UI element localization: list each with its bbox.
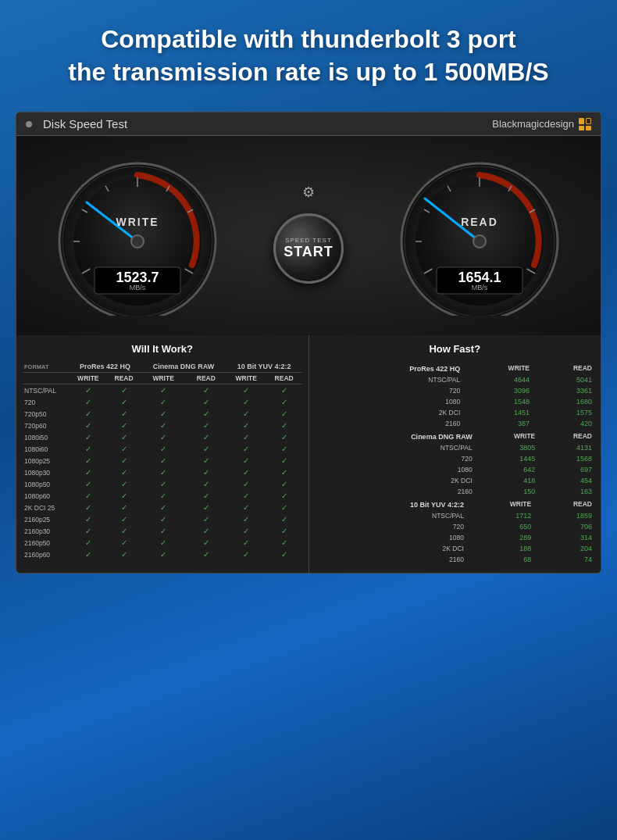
speed-row: 21606874: [316, 554, 595, 565]
checkmark-icon: ✓: [160, 398, 166, 406]
format-label-cell: 2160: [316, 486, 475, 497]
format-cell: 1080i50: [23, 431, 70, 443]
checkmark-icon: ✓: [281, 515, 287, 524]
check-cell: ✓: [141, 502, 186, 513]
checkmark-icon: ✓: [243, 527, 249, 535]
format-label-cell: 2K DCI: [316, 543, 466, 554]
check-cell: ✓: [186, 466, 226, 478]
checkmark-icon: ✓: [203, 421, 209, 430]
logo-sq-1: [579, 118, 584, 124]
check-cell: ✓: [107, 408, 141, 420]
gear-icon[interactable]: ⚙: [302, 184, 315, 201]
app-window: Disk Speed Test Blackmagicdesign: [16, 112, 601, 574]
check-cell: ✓: [70, 478, 107, 490]
table-row: 2160p25✓✓✓✓✓✓: [23, 513, 302, 525]
check-cell: ✓: [141, 466, 186, 478]
check-cell: ✓: [266, 384, 302, 397]
check-cell: ✓: [141, 549, 186, 560]
check-cell: ✓: [226, 420, 266, 431]
check-cell: ✓: [70, 502, 107, 513]
checkmark-icon: ✓: [121, 456, 127, 465]
check-cell: ✓: [107, 549, 141, 560]
checkmark-icon: ✓: [160, 468, 166, 477]
check-cell: ✓: [141, 408, 186, 420]
table-row: 1080p60✓✓✓✓✓✓: [23, 490, 302, 502]
format-cell: 720: [23, 396, 70, 408]
checkmark-icon: ✓: [203, 527, 209, 535]
write-value: 188: [466, 543, 533, 554]
check-cell: ✓: [186, 537, 226, 549]
write-value: 387: [462, 418, 532, 429]
checkmark-icon: ✓: [121, 421, 127, 430]
app-title: Disk Speed Test: [43, 117, 127, 130]
read-header: READ: [532, 361, 594, 374]
check-cell: ✓: [141, 478, 186, 490]
checkmark-icon: ✓: [243, 538, 249, 547]
check-cell: ✓: [107, 396, 141, 408]
checkmark-icon: ✓: [203, 445, 209, 453]
checkmark-icon: ✓: [160, 491, 166, 500]
check-cell: ✓: [107, 513, 141, 525]
check-cell: ✓: [226, 443, 266, 455]
format-label-cell: 1080: [316, 532, 466, 543]
checkmark-icon: ✓: [160, 515, 166, 524]
write-value: 1451: [462, 407, 532, 418]
check-cell: ✓: [107, 537, 141, 549]
check-cell: ✓: [226, 431, 266, 443]
read-value: 420: [532, 418, 594, 429]
speed-row: 108015481680: [316, 396, 595, 407]
check-cell: ✓: [186, 502, 226, 513]
check-cell: ✓: [266, 455, 302, 466]
check-cell: ✓: [141, 455, 186, 466]
check-cell: ✓: [266, 490, 302, 502]
write-value: 418: [475, 475, 538, 486]
read-value: 706: [533, 521, 594, 532]
speed-test-label: SPEED TEST: [285, 237, 332, 245]
check-cell: ✓: [266, 502, 302, 513]
checkmark-icon: ✓: [160, 538, 166, 547]
svg-text:WRITE: WRITE: [116, 216, 159, 228]
checkmark-icon: ✓: [160, 409, 166, 418]
checkmark-icon: ✓: [121, 433, 127, 441]
checkmark-icon: ✓: [243, 433, 249, 441]
prores-header: ProRes 422 HQ: [70, 361, 141, 373]
left-table-title: Will It Work?: [23, 343, 302, 355]
format-label-cell: 2160: [316, 418, 463, 429]
check-cell: ✓: [266, 537, 302, 549]
svg-text:MB/s: MB/s: [130, 284, 146, 291]
checkmark-icon: ✓: [203, 480, 209, 488]
check-cell: ✓: [226, 384, 266, 397]
checkmark-icon: ✓: [85, 550, 91, 559]
checkmark-icon: ✓: [121, 538, 127, 547]
svg-text:1523.7: 1523.7: [116, 270, 159, 285]
check-cell: ✓: [186, 513, 226, 525]
section-name: Cinema DNG RAW: [316, 429, 475, 442]
check-cell: ✓: [141, 384, 186, 397]
check-cell: ✓: [70, 420, 107, 431]
checkmark-icon: ✓: [160, 527, 166, 535]
checkmark-icon: ✓: [203, 398, 209, 406]
checkmark-icon: ✓: [281, 433, 287, 441]
check-cell: ✓: [186, 408, 226, 420]
start-button[interactable]: SPEED TEST START: [273, 213, 344, 284]
table-row: 720✓✓✓✓✓✓: [23, 396, 302, 408]
write-value: 642: [475, 464, 538, 475]
checkmark-icon: ✓: [121, 491, 127, 500]
check-cell: ✓: [107, 420, 141, 431]
dng-header: Cinema DNG RAW: [141, 361, 226, 373]
check-cell: ✓: [226, 513, 266, 525]
checkmark-icon: ✓: [281, 409, 287, 418]
checkmark-icon: ✓: [243, 421, 249, 430]
left-table: Will It Work? FORMAT ProRes 422 HQ Cinem…: [16, 335, 309, 573]
checkmark-icon: ✓: [121, 409, 127, 418]
format-cell: 2K DCI 25: [23, 502, 70, 513]
read-value: 204: [533, 543, 594, 554]
write-value: 1445: [475, 453, 538, 464]
close-button[interactable]: [26, 121, 32, 127]
checkmark-icon: ✓: [243, 468, 249, 477]
check-cell: ✓: [107, 525, 141, 537]
checkmark-icon: ✓: [85, 503, 91, 512]
table-row: 1080p30✓✓✓✓✓✓: [23, 466, 302, 478]
checkmark-icon: ✓: [281, 386, 287, 395]
check-cell: ✓: [266, 525, 302, 537]
